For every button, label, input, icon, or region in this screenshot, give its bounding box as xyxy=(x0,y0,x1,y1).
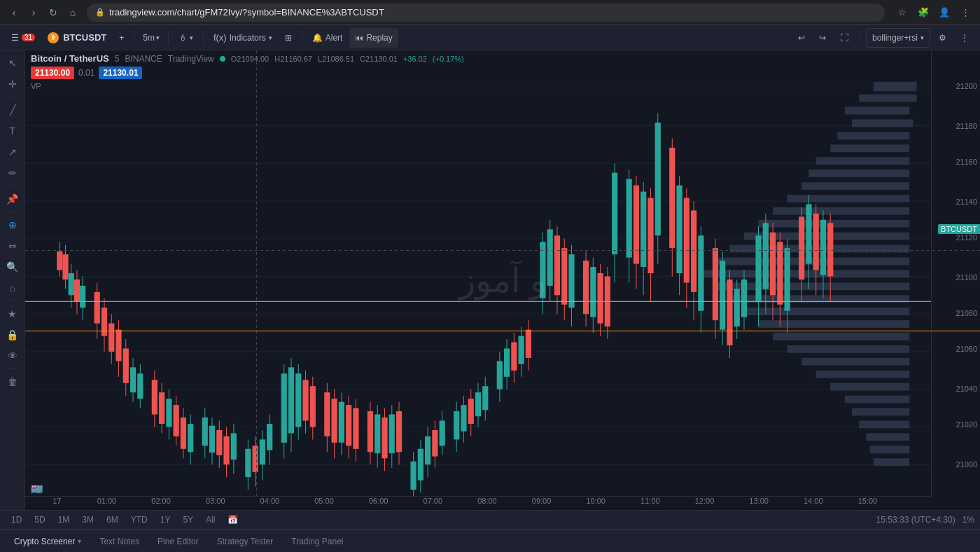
svg-rect-12 xyxy=(859,95,916,102)
symbol-selector[interactable]: ₿ BTCUSDT xyxy=(42,28,112,48)
undo-button[interactable]: ↩ xyxy=(792,28,811,48)
fullscreen-button[interactable]: ⛶ xyxy=(834,28,854,48)
arrow-tool[interactable]: ↗ xyxy=(3,142,22,162)
pin-tool[interactable]: 📌 xyxy=(3,189,22,209)
home-tool[interactable]: ⌂ xyxy=(3,278,22,298)
brush-tool[interactable]: ✏ xyxy=(3,163,22,183)
tf-1d-button[interactable]: 1D xyxy=(6,512,27,527)
svg-rect-201 xyxy=(727,280,732,345)
svg-rect-93 xyxy=(260,439,265,464)
tf-3m-button[interactable]: 3M xyxy=(76,512,99,527)
measure-tool[interactable]: ⇔ xyxy=(3,236,22,256)
redo-icon: ↪ xyxy=(819,33,826,43)
browser-bar: ‹ › ↻ ⌂ 🔒 tradingview.com/chart/gFM72Ivy… xyxy=(0,0,980,25)
line-tool[interactable]: ╱ xyxy=(3,100,22,120)
chart-area[interactable]: Bitcoin / TetherUS 5 BINANCE TradingView… xyxy=(25,50,980,510)
price-label-1: 21200 xyxy=(955,82,977,90)
btc-icon: ₿ xyxy=(48,32,59,43)
magnet-tool[interactable]: ⊕ xyxy=(3,215,22,235)
svg-rect-213 xyxy=(777,242,783,305)
tf-6m-button[interactable]: 6M xyxy=(101,512,124,527)
svg-rect-25 xyxy=(715,258,909,265)
tab-text-notes-label: Text Notes xyxy=(99,537,139,546)
zoom-tool[interactable]: 🔍 xyxy=(3,257,22,277)
alert-button[interactable]: 🔔 Alert xyxy=(307,28,349,48)
svg-rect-69 xyxy=(159,392,164,424)
svg-rect-33 xyxy=(802,358,909,366)
tf-ytd-button[interactable]: YTD xyxy=(125,512,153,527)
timeframe-selector[interactable]: 5m ▾ xyxy=(139,28,164,48)
crosshair-tool[interactable]: ✛ xyxy=(3,74,22,94)
indicators-button[interactable]: f(x) Indicators ▾ xyxy=(208,28,278,48)
templates-button[interactable]: ⊞ xyxy=(279,28,298,48)
tradingview-app: ☰ 31 ₿ BTCUSDT + 5m ▾ 🕯 ▾ f( xyxy=(0,25,980,552)
svg-rect-165 xyxy=(568,254,574,308)
svg-rect-81 xyxy=(209,426,215,453)
svg-rect-16 xyxy=(830,144,909,152)
chart-header: Bitcoin / TetherUS 5 BINANCE TradingView… xyxy=(31,53,464,90)
visibility-tool[interactable]: 👁 xyxy=(3,346,22,366)
back-button[interactable]: ‹ xyxy=(6,4,22,21)
profile-button[interactable]: 👤 xyxy=(935,4,953,22)
tab-trading-panel-label: Trading Panel xyxy=(291,537,343,546)
chevron-down-icon-2: ▾ xyxy=(190,34,193,41)
text-tool[interactable]: T xyxy=(3,121,22,141)
reload-button[interactable]: ↻ xyxy=(45,4,62,21)
price-label-5: 21120 xyxy=(955,233,977,242)
home-nav-button[interactable]: ⌂ xyxy=(64,4,81,21)
plus-icon: + xyxy=(119,33,124,43)
address-bar[interactable]: 🔒 tradingview.com/chart/gFM72Ivy/?symbol… xyxy=(87,4,885,22)
chart-type-button[interactable]: 🕯 ▾ xyxy=(173,28,199,48)
svg-rect-47 xyxy=(69,273,74,295)
toolbar-divider-4 xyxy=(302,31,302,45)
svg-rect-109 xyxy=(331,399,337,443)
hamburger-menu-button[interactable]: ☰ 31 xyxy=(6,28,41,48)
tab-crypto-screener[interactable]: Crypto Screener ▾ xyxy=(6,532,90,551)
add-symbol-button[interactable]: + xyxy=(113,28,130,48)
svg-rect-147 xyxy=(497,361,503,389)
tf-1m-button[interactable]: 1M xyxy=(52,512,76,527)
tools-divider-4 xyxy=(6,301,20,301)
active-indicator-button[interactable]: bollinger+rsi ▾ xyxy=(866,28,930,48)
svg-rect-43 xyxy=(57,251,62,270)
svg-rect-107 xyxy=(324,392,330,436)
indicator-name-text: bollinger+rsi xyxy=(872,33,918,43)
alert-bell-icon: 🔔 xyxy=(312,33,323,43)
svg-rect-217 xyxy=(799,216,804,280)
tools-divider-1 xyxy=(6,97,20,97)
redo-button[interactable]: ↪ xyxy=(813,28,832,48)
svg-rect-219 xyxy=(806,204,811,263)
tf-1y-button[interactable]: 1Y xyxy=(155,512,176,527)
replay-button[interactable]: ⏮ Replay xyxy=(349,28,398,48)
cursor-tool[interactable]: ↖ xyxy=(3,53,22,73)
tf-5d-button[interactable]: 5D xyxy=(29,512,50,527)
trash-tool[interactable]: 🗑 xyxy=(3,372,22,392)
tf-calendar-button[interactable]: 📅 xyxy=(222,512,244,527)
chart-settings-button[interactable]: ⚙ xyxy=(933,28,952,48)
svg-rect-21 xyxy=(773,207,909,215)
tf-5y-button[interactable]: 5Y xyxy=(177,512,199,527)
time-label-15: 15:00 xyxy=(858,497,878,505)
tab-strategy-tester[interactable]: Strategy Tester xyxy=(209,532,281,551)
extensions-button[interactable]: 🧩 xyxy=(914,4,932,22)
more-options-button[interactable]: ⋮ xyxy=(955,28,974,48)
more-tools-button[interactable]: ⋮ xyxy=(956,4,974,22)
tf-all-button[interactable]: All xyxy=(200,512,220,527)
undo-icon: ↩ xyxy=(798,33,805,43)
tab-pine-editor[interactable]: Pine Editor xyxy=(149,532,207,551)
tab-text-notes[interactable]: Text Notes xyxy=(91,532,148,551)
favorite-tool[interactable]: ★ xyxy=(3,304,22,324)
price-label-7: 21080 xyxy=(955,309,977,317)
time-label-01: 01:00 xyxy=(97,497,117,505)
tab-trading-panel[interactable]: Trading Panel xyxy=(283,532,351,551)
bookmark-button[interactable]: ☆ xyxy=(893,4,911,22)
symbol-icon: ₿ xyxy=(52,34,55,41)
svg-rect-199 xyxy=(720,261,725,330)
svg-rect-169 xyxy=(590,267,596,317)
replay-label: Replay xyxy=(366,33,392,43)
lock-tool[interactable]: 🔒 xyxy=(3,325,22,345)
forward-button[interactable]: › xyxy=(25,4,42,21)
more-icon: ⋮ xyxy=(960,33,969,43)
ohlc-close: C21130.01 xyxy=(360,55,398,63)
svg-rect-37 xyxy=(852,408,909,416)
